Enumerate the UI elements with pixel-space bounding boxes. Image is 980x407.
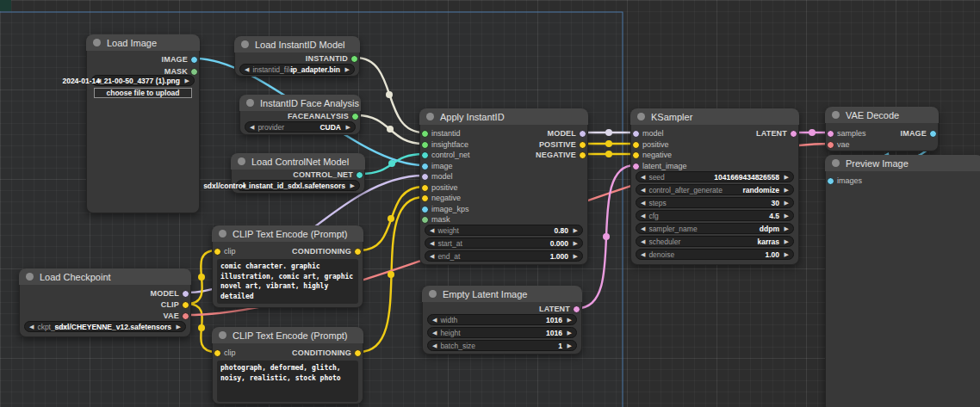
node-instantid-face-analysis[interactable]: InstantID Face Analysis FACEANALYSIS ◀ p… xyxy=(239,95,361,135)
control-after-generate-combo[interactable]: ◀ control_after_generate randomize ▶ xyxy=(636,184,794,195)
slot-dot[interactable] xyxy=(421,206,429,213)
combo-left-arrow-icon[interactable]: ◀ xyxy=(641,238,645,244)
node-empty-latent-image[interactable]: Empty Latent Image LATENT ◀ width 1016 ▶… xyxy=(422,286,582,355)
node-title-bar[interactable]: InstantID Face Analysis xyxy=(239,95,361,111)
stepper-right-arrow-icon[interactable]: ▶ xyxy=(574,240,578,246)
combo-right-arrow-icon[interactable]: ▶ xyxy=(785,238,789,244)
batch-size-number-widget[interactable]: ◀ batch_size 1 ▶ xyxy=(427,340,577,351)
node-load-image[interactable]: Load Image IMAGE MASK ◀ 2024-01-14_21-00… xyxy=(86,34,200,213)
combo-left-arrow-icon[interactable]: ◀ xyxy=(250,124,254,130)
node-title-bar[interactable]: Empty Latent Image xyxy=(422,286,582,302)
input-slot-latent-image[interactable]: latent_image xyxy=(631,161,798,171)
combo-right-arrow-icon[interactable]: ▶ xyxy=(785,225,789,231)
combo-right-arrow-icon[interactable]: ▶ xyxy=(346,124,350,130)
stepper-left-arrow-icon[interactable]: ◀ xyxy=(641,174,645,180)
slot-dot[interactable] xyxy=(573,305,580,313)
node-title-bar[interactable]: CLIP Text Encode (Prompt) xyxy=(212,327,363,343)
node-load-checkpoint[interactable]: Load Checkpoint MODEL CLIP VAE ◀ ckpt_na… xyxy=(19,268,191,337)
slot-dot[interactable] xyxy=(190,68,198,76)
instantid-file-combo[interactable]: ◀ instantid_file ip_adapter.bin ▶ xyxy=(239,64,355,75)
combo-right-arrow-icon[interactable]: ▶ xyxy=(345,66,350,72)
node-apply-instantid[interactable]: Apply InstantID instantid insightface co… xyxy=(419,108,588,265)
collapse-dot-icon[interactable] xyxy=(219,230,226,237)
input-slot-negative[interactable]: negative xyxy=(420,193,587,203)
collapse-dot-icon[interactable] xyxy=(26,273,34,281)
stepper-left-arrow-icon[interactable]: ◀ xyxy=(641,200,645,206)
slot-dot[interactable] xyxy=(182,290,189,298)
stepper-right-arrow-icon[interactable]: ▶ xyxy=(785,251,789,257)
node-preview-image[interactable]: Preview Image images xyxy=(825,155,980,407)
stepper-right-arrow-icon[interactable]: ▶ xyxy=(568,317,572,323)
slot-dot[interactable] xyxy=(827,141,834,149)
steps-number-widget[interactable]: ◀ steps 30 ▶ xyxy=(636,197,794,208)
output-slot-conditioning[interactable]: CONDITIONING xyxy=(213,348,363,358)
input-slot-positive[interactable]: positive xyxy=(420,182,587,193)
combo-right-arrow-icon[interactable]: ▶ xyxy=(350,182,355,188)
stepper-left-arrow-icon[interactable]: ◀ xyxy=(641,251,645,257)
cfg-number-widget[interactable]: ◀ cfg 4.5 ▶ xyxy=(636,210,794,221)
collapse-dot-icon[interactable] xyxy=(637,113,645,120)
ckpt-name-combo[interactable]: ◀ ckpt_nam sdxl/CHEYENNE_v12.safetensors… xyxy=(24,321,186,332)
stepper-left-arrow-icon[interactable]: ◀ xyxy=(641,213,645,219)
collapse-dot-icon[interactable] xyxy=(832,159,840,167)
stepper-right-arrow-icon[interactable]: ▶ xyxy=(785,213,789,219)
collapse-dot-icon[interactable] xyxy=(93,39,101,46)
weight-number-widget[interactable]: ◀ weight 0.80 ▶ xyxy=(425,225,583,236)
end-at-number-widget[interactable]: ◀ end_at 1.000 ▶ xyxy=(425,250,583,262)
stepper-left-arrow-icon[interactable]: ◀ xyxy=(432,330,437,336)
slot-dot[interactable] xyxy=(632,163,640,170)
output-slot-conditioning[interactable]: CONDITIONING xyxy=(213,246,363,256)
controlnet-file-combo[interactable]: ◀ sdxl/control_instant_id_sdxl.safetenso… xyxy=(236,180,360,191)
stepper-right-arrow-icon[interactable]: ▶ xyxy=(574,227,578,233)
node-title-bar[interactable]: VAE Decode xyxy=(825,107,939,123)
prompt-textarea[interactable]: comic character. graphic illustration, c… xyxy=(217,259,358,304)
slot-dot[interactable] xyxy=(351,113,359,120)
output-slot-control-net[interactable]: CONTROL_NET xyxy=(232,170,364,180)
slot-dot[interactable] xyxy=(790,130,797,138)
slot-dot[interactable] xyxy=(579,151,586,159)
stepper-right-arrow-icon[interactable]: ▶ xyxy=(574,253,578,259)
node-clip-text-encode-positive[interactable]: CLIP Text Encode (Prompt) clip CONDITION… xyxy=(212,225,363,308)
slot-dot[interactable] xyxy=(421,194,429,202)
slot-dot[interactable] xyxy=(421,184,429,192)
node-clip-text-encode-negative[interactable]: CLIP Text Encode (Prompt) clip CONDITION… xyxy=(212,327,363,404)
node-title-bar[interactable]: CLIP Text Encode (Prompt) xyxy=(212,225,363,242)
choose-file-button[interactable]: choose file to upload xyxy=(94,88,192,98)
node-load-controlnet-model[interactable]: Load ControlNet Model CONTROL_NET ◀ sdxl… xyxy=(231,153,365,194)
node-title-bar[interactable]: Load Checkpoint xyxy=(19,268,191,285)
output-slot-faceanalysis[interactable]: FACEANALYSIS xyxy=(240,111,360,121)
sampler-name-combo[interactable]: ◀ sampler_name ddpm ▶ xyxy=(636,223,794,234)
stepper-right-arrow-icon[interactable]: ▶ xyxy=(568,342,572,348)
image-file-combo[interactable]: ◀ 2024-01-14_21-00-50_4377 (1).png ▶ xyxy=(91,75,195,86)
output-slot-latent[interactable]: LATENT xyxy=(423,304,581,314)
input-slot-image[interactable]: image xyxy=(420,161,587,171)
slot-dot[interactable] xyxy=(579,141,586,149)
node-title-bar[interactable]: Load Image xyxy=(86,34,200,51)
height-number-widget[interactable]: ◀ height 1016 ▶ xyxy=(427,327,577,338)
input-slot-negative[interactable]: negative xyxy=(631,150,798,160)
input-slot-images[interactable]: images xyxy=(826,176,980,186)
node-graph-canvas[interactable]: Load Image IMAGE MASK ◀ 2024-01-14_21-00… xyxy=(0,0,980,407)
output-slot-latent[interactable]: LATENT xyxy=(631,128,798,139)
input-slot-vae[interactable]: vae xyxy=(826,139,938,150)
combo-left-arrow-icon[interactable]: ◀ xyxy=(641,225,645,231)
node-ksampler[interactable]: KSampler model positive negative latent_… xyxy=(630,108,799,265)
slot-dot[interactable] xyxy=(827,177,834,185)
input-slot-mask[interactable]: mask xyxy=(420,214,587,225)
scheduler-combo[interactable]: ◀ scheduler karras ▶ xyxy=(636,236,794,247)
collapse-dot-icon[interactable] xyxy=(832,111,840,119)
collapse-dot-icon[interactable] xyxy=(238,157,245,165)
slot-dot[interactable] xyxy=(421,173,429,181)
output-slot-clip[interactable]: CLIP xyxy=(20,299,190,310)
output-slot-image[interactable]: IMAGE xyxy=(826,128,938,139)
output-slot-model[interactable]: MODEL xyxy=(20,288,190,299)
node-title-bar[interactable]: Load ControlNet Model xyxy=(231,153,365,170)
combo-left-arrow-icon[interactable]: ◀ xyxy=(641,187,645,193)
slot-dot[interactable] xyxy=(356,171,363,179)
stepper-right-arrow-icon[interactable]: ▶ xyxy=(568,330,572,336)
slot-dot[interactable] xyxy=(632,141,640,149)
slot-dot[interactable] xyxy=(190,56,198,64)
stepper-left-arrow-icon[interactable]: ◀ xyxy=(432,342,437,348)
output-slot-negative[interactable]: NEGATIVE xyxy=(420,150,587,160)
stepper-right-arrow-icon[interactable]: ▶ xyxy=(785,200,789,206)
